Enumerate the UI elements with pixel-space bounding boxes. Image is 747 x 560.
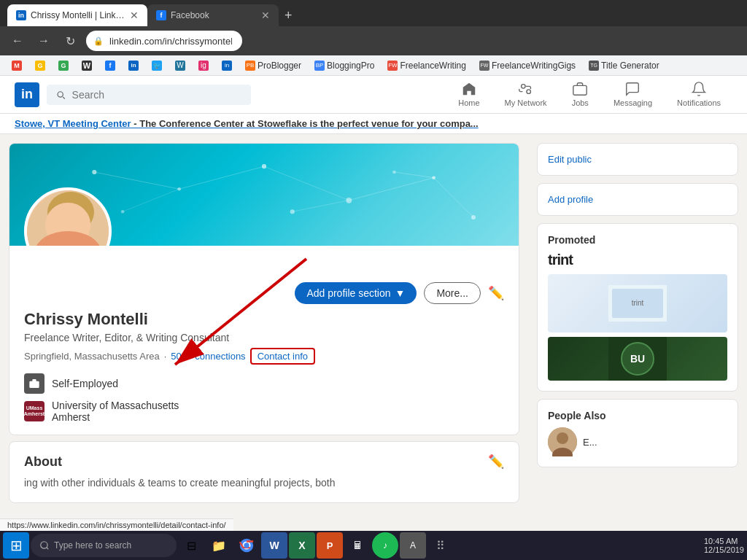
add-profile-link[interactable]: Add profile	[548, 194, 593, 205]
taskbar-word[interactable]: W	[261, 532, 287, 559]
taskbar-spotify[interactable]: ♪	[372, 532, 398, 559]
svg-line-17	[123, 189, 179, 211]
edit-profile-button[interactable]: ✏️	[488, 282, 504, 304]
nav-jobs[interactable]: Jobs	[560, 77, 600, 113]
edit-public-link[interactable]: Edit public	[548, 154, 592, 165]
taskbar-task-view[interactable]: ⊟	[178, 532, 204, 559]
bookmark-twitter[interactable]: 🐦	[147, 59, 166, 72]
forward-button[interactable]: →	[34, 31, 54, 51]
start-button[interactable]: ⊞	[3, 532, 29, 559]
taskbar-calculator[interactable]: 🖩	[344, 532, 371, 559]
refresh-button[interactable]: ↻	[60, 31, 80, 51]
bookmark-problogger[interactable]: PB ProBlogger	[241, 59, 306, 72]
bookmark-translate[interactable]: G	[54, 59, 73, 72]
bookmark-wiki[interactable]: W	[77, 59, 96, 72]
inactive-tab-close[interactable]: ✕	[261, 9, 270, 21]
bookmark-titlegenerator[interactable]: TG Title Generator	[584, 59, 664, 72]
umass-icon: UMassAmherst	[24, 401, 44, 421]
search-box[interactable]	[47, 85, 251, 105]
address-bar[interactable]	[86, 31, 242, 51]
add-profile-section-button[interactable]: Add profile section ▼	[295, 282, 417, 304]
linkedin-header: in Home My Network Jobs Messaging Notifi…	[0, 76, 747, 114]
bookmark-linkedin[interactable]: in	[124, 59, 143, 72]
bookmark-gdrive[interactable]: G	[31, 59, 50, 72]
bookmark-wordpress[interactable]: W	[171, 59, 190, 72]
taskbar-search-box[interactable]: Type here to search	[31, 534, 177, 557]
avatar-svg	[27, 190, 109, 246]
bookmark-li2[interactable]: in	[217, 59, 236, 72]
bookmark-instagram[interactable]: ig	[194, 59, 213, 72]
svg-line-19	[394, 172, 433, 178]
more-button[interactable]: More...	[424, 282, 481, 304]
taskbar-powerpoint[interactable]: P	[317, 532, 343, 559]
taskbar-dots[interactable]: ⠿	[427, 532, 454, 559]
ad-text: - The Conference Center at Stoweflake is…	[131, 118, 479, 129]
about-edit-icon[interactable]: ✏️	[488, 454, 504, 470]
profile-info: Add profile section ▼ More... ✏️ Chrissy…	[9, 246, 519, 435]
svg-line-18	[293, 201, 349, 212]
bell-icon	[691, 81, 707, 97]
promoted-title: Promoted	[548, 234, 727, 246]
back-button[interactable]: ←	[7, 31, 28, 51]
promoted-visual-2: BU	[608, 337, 667, 381]
add-profile-card: Add profile	[537, 183, 738, 216]
search-input[interactable]	[72, 89, 242, 101]
svg-line-16	[434, 178, 473, 217]
people-also-card: People Also E...	[537, 399, 738, 467]
svg-line-12	[94, 172, 179, 189]
bookmark-freelancewritinggigs[interactable]: FW FreelanceWritingGigs	[475, 59, 580, 72]
tab-close-btn[interactable]: ✕	[130, 9, 139, 21]
fb-favicon: f	[156, 10, 166, 20]
active-tab[interactable]: in Chrissy Montelli | LinkedIn ✕	[7, 4, 147, 26]
connections-link[interactable]: 500+ connections	[171, 351, 245, 362]
contact-info-btn[interactable]: Contact info	[250, 348, 315, 365]
employment-item-2: UMassAmherst University of Massachusetts…	[24, 400, 504, 423]
status-bar: https://www.linkedin.com/in/chrissymonte…	[0, 518, 233, 531]
svg-point-22	[53, 208, 89, 246]
new-tab-button[interactable]: +	[279, 8, 298, 23]
bookmarks-bar: M G G W f in 🐦 W ig in PB ProBlog	[0, 55, 747, 76]
employment-item-1: Self-Employed	[24, 373, 504, 394]
taskbar-file-explorer[interactable]: 📁	[206, 532, 232, 559]
edit-public-card: Edit public	[537, 143, 738, 176]
taskbar-chrome[interactable]	[233, 532, 260, 559]
profile-location: Springfield, Massachusetts Area	[24, 351, 160, 362]
tab-title: Chrissy Montelli | LinkedIn	[31, 10, 125, 20]
about-text: ing with other individuals & teams to cr…	[24, 475, 504, 491]
nav-notifications[interactable]: Notifications	[665, 77, 732, 113]
bookmark-freelancewriting[interactable]: FW FreelanceWriting	[383, 59, 470, 72]
people-also-title: People Also	[548, 410, 727, 421]
self-employed-icon	[24, 373, 44, 394]
promoted-visual-1: trint	[608, 285, 667, 322]
nav-home[interactable]: Home	[446, 77, 491, 113]
bookmark-facebook[interactable]: f	[101, 59, 120, 72]
ad-banner[interactable]: Stowe, VT Meeting Center - The Conferenc…	[0, 114, 747, 134]
bookmark-bloggingpro[interactable]: BP BloggingPro	[310, 59, 379, 72]
promoted-image-2: BU	[548, 337, 727, 381]
nav-my-network[interactable]: My Network	[493, 77, 559, 113]
nav-messaging[interactable]: Messaging	[602, 77, 664, 113]
svg-point-21	[47, 192, 94, 233]
inactive-tab-title: Facebook	[171, 10, 209, 20]
taskbar-time: 10:45 AM12/15/2019	[704, 537, 744, 554]
svg-rect-24	[69, 228, 82, 236]
sidebar-column: Edit public Add profile Promoted trint t…	[528, 134, 747, 551]
li-favicon: in	[16, 10, 26, 20]
browser-toolbar: ← → ↻	[0, 26, 747, 55]
svg-rect-23	[53, 228, 66, 236]
taskbar-app-extra[interactable]: A	[400, 532, 426, 559]
status-url: https://www.linkedin.com/in/chrissymonte…	[7, 521, 226, 529]
svg-point-0	[521, 84, 525, 88]
bookmark-gmail[interactable]: M	[7, 59, 26, 72]
ad-link[interactable]: Stowe, VT Meeting Center	[15, 118, 131, 129]
chrome-icon	[239, 537, 255, 553]
employment-label-2: University of Massachusetts Amherst	[52, 400, 179, 423]
inactive-tab[interactable]: f Facebook ✕	[147, 4, 279, 26]
main-layout: Add profile section ▼ More... ✏️ Chrissy…	[0, 134, 747, 551]
employment-info: Self-Employed UMassAmherst University of…	[24, 373, 504, 423]
svg-line-15	[349, 178, 433, 201]
add-profile-label: Add profile section	[306, 287, 390, 299]
profile-card: Add profile section ▼ More... ✏️ Chrissy…	[9, 143, 519, 435]
taskbar-excel[interactable]: X	[289, 532, 315, 559]
profile-cover	[9, 144, 519, 246]
